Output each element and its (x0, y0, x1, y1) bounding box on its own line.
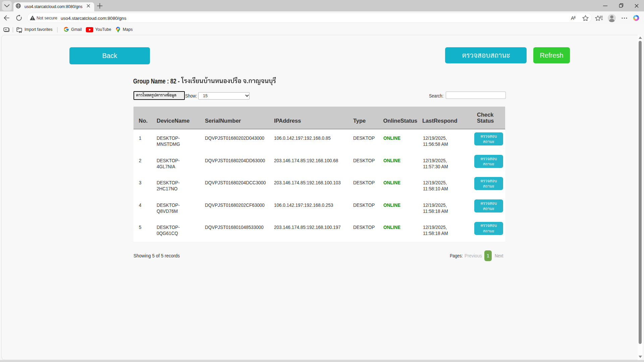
svg-text:Not secure: Not secure (37, 15, 57, 20)
svg-text:uso4.starcatcloud.com:8080/gns: uso4.starcatcloud.com:8080/gns (61, 16, 126, 21)
svg-text:A: A (571, 15, 574, 21)
